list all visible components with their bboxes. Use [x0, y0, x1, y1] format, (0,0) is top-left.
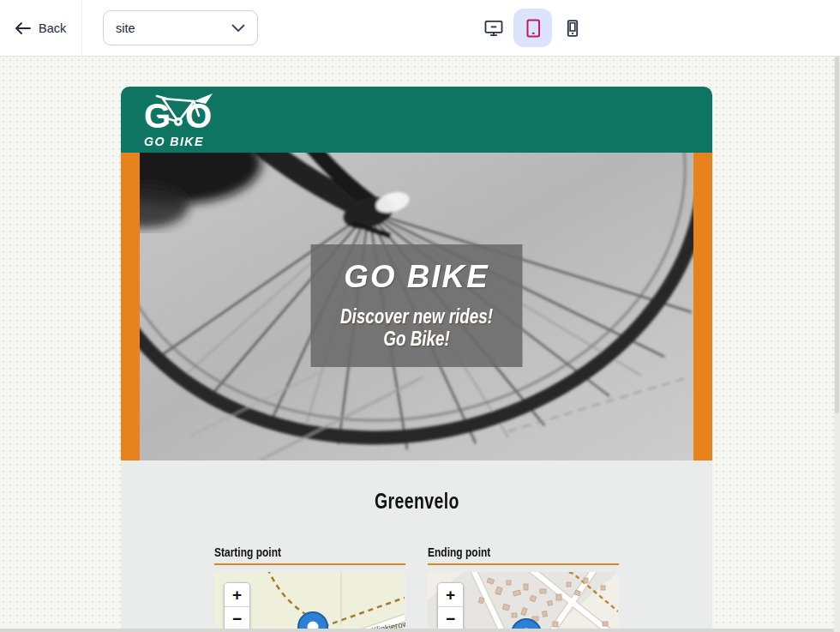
ending-point-map[interactable]: Svluzyna + −	[428, 572, 619, 632]
svg-text:G: G	[144, 97, 171, 132]
end-map-zoom-control: + −	[437, 582, 464, 631]
ending-point-column: Ending point	[428, 545, 619, 632]
scrollbar-thumb[interactable]	[835, 57, 839, 413]
site-preview-canvas: G O G	[0, 57, 840, 632]
chevron-down-icon	[231, 24, 245, 33]
site-selector-dropdown[interactable]: site	[103, 10, 258, 45]
gobike-logo[interactable]: G O G	[144, 93, 219, 149]
logo-wordmark: GO BIKE	[144, 134, 213, 149]
top-toolbar: Back site	[0, 0, 840, 57]
hero-section: GO BIKE Discover new rides! Go Bike!	[121, 153, 712, 460]
hero-subtitle: Discover new rides! Go Bike!	[330, 305, 504, 350]
device-desktop-button[interactable]	[474, 9, 513, 47]
vertical-scrollbar[interactable]	[834, 57, 840, 632]
site-header: G O G	[121, 87, 712, 153]
ending-point-label: Ending point	[428, 545, 490, 559]
zoom-out-button[interactable]: −	[438, 607, 463, 630]
back-label: Back	[39, 21, 66, 35]
device-mobile-button[interactable]	[553, 9, 591, 47]
horizontal-scrollbar[interactable]	[0, 629, 834, 632]
zoom-out-button[interactable]: −	[225, 607, 249, 630]
smartphone-icon	[561, 17, 584, 39]
trip-planner-section: Greenvelo Starting point	[121, 460, 712, 632]
app-window: { "toolbar": { "back_label": "Back", "ba…	[0, 0, 840, 632]
tablet-icon	[522, 17, 544, 39]
section-heading: Greenvelo	[375, 489, 459, 514]
hero-subtitle-line2: Go Bike!	[330, 328, 504, 350]
starting-point-column: Starting point Klink	[214, 545, 405, 632]
hero-text-panel: GO BIKE Discover new rides! Go Bike!	[311, 244, 523, 367]
starting-point-map[interactable]: Klinkierowa + −	[214, 572, 405, 632]
monitor-icon	[483, 17, 505, 39]
device-switcher	[474, 9, 591, 47]
zoom-in-button[interactable]: +	[438, 583, 463, 606]
site-frame: G O G	[121, 87, 712, 632]
hero-title: GO BIKE	[309, 259, 525, 295]
device-tablet-button[interactable]	[513, 9, 552, 47]
back-button[interactable]: Back	[0, 0, 82, 56]
starting-point-label: Starting point	[214, 545, 281, 559]
bicycle-logo-icon: G O	[144, 93, 219, 135]
zoom-in-button[interactable]: +	[225, 583, 249, 606]
site-selector-value: site	[116, 21, 135, 35]
arrow-left-icon	[15, 22, 31, 34]
hero-subtitle-line1: Discover new rides!	[330, 305, 504, 328]
start-map-zoom-control: + −	[224, 582, 250, 631]
